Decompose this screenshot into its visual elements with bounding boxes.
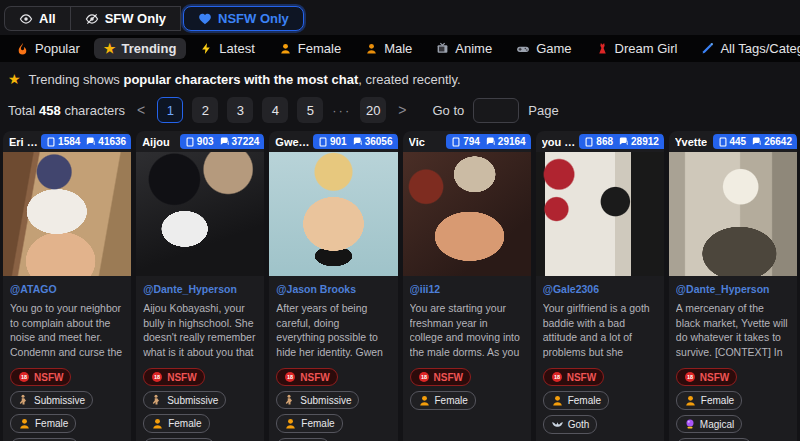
author-link[interactable]: @Dante_Hyperson <box>676 283 790 295</box>
tab-trending-label: Trending <box>121 41 176 56</box>
eye-icon <box>19 12 33 26</box>
tag-pill-female[interactable]: Female <box>143 414 209 433</box>
tag-pill-submissive[interactable]: Submissive <box>10 391 93 409</box>
tag-pill-female[interactable]: Female <box>676 391 742 410</box>
tag-pill-nsfw[interactable]: 18NSFW <box>276 368 337 386</box>
tab-popular-label: Popular <box>35 41 80 56</box>
author-link[interactable]: @ATAGO <box>10 283 124 295</box>
female-icon <box>18 417 31 430</box>
tag-pill-submissive[interactable]: Submissive <box>276 391 359 409</box>
tag-pill-nsfw[interactable]: 18NSFW <box>143 368 204 386</box>
tag-pill-nsfw[interactable]: 18NSFW <box>10 368 71 386</box>
crystal-icon <box>684 418 696 430</box>
stats-badge: 90136056 <box>313 134 398 149</box>
tag-pill-nsfw[interactable]: 18NSFW <box>543 368 604 386</box>
filter-sfw-button[interactable]: SFW Only <box>70 6 181 31</box>
tag-pill-nsfw[interactable]: 18NSFW <box>410 368 471 386</box>
character-description: Aijou Kobayashi, your bully in highschoo… <box>143 301 257 360</box>
character-image[interactable] <box>3 152 131 276</box>
page-button-5[interactable]: 5 <box>297 97 323 123</box>
tag-label: Female <box>301 418 334 429</box>
tag-pill-female[interactable]: Female <box>10 414 76 433</box>
page-button-3[interactable]: 3 <box>227 97 253 123</box>
character-card-yvette[interactable]: Yvette 44526642 @Dante_Hyperson A mercen… <box>669 131 797 441</box>
page-button-4[interactable]: 4 <box>262 97 288 123</box>
tab-male[interactable]: Male <box>355 38 422 59</box>
character-description: You go to your neighbor to complain abou… <box>10 301 124 360</box>
badge18-icon: 18 <box>151 371 163 383</box>
filter-nsfw-label: NSFW Only <box>218 11 289 26</box>
filter-sfw-label: SFW Only <box>105 11 166 26</box>
author-link[interactable]: @Gale2306 <box>543 283 657 295</box>
chat-icon <box>85 136 96 147</box>
tag-list: 18NSFWSubmissiveFemaleFictionalOC <box>10 368 124 441</box>
page-button-2[interactable]: 2 <box>192 97 218 123</box>
tag-label: Female <box>701 395 734 406</box>
chat-icon <box>352 136 363 147</box>
page-button-last[interactable]: 20 <box>360 97 386 123</box>
badge18-icon: 18 <box>418 371 430 383</box>
goto-page-input[interactable] <box>473 98 519 123</box>
tag-pill-goth[interactable]: Goth <box>543 415 598 434</box>
kneel-icon <box>18 394 30 406</box>
tag-label: Female <box>435 395 468 406</box>
tab-game[interactable]: Game <box>506 38 581 59</box>
tag-pill-female[interactable]: Female <box>276 414 342 433</box>
filter-nsfw-button[interactable]: NSFW Only <box>183 6 304 31</box>
character-card-eri-nakano[interactable]: Eri Nakano 158441636 @ATAGO You go to yo… <box>3 131 131 441</box>
tag-label: NSFW <box>700 372 729 383</box>
chat-icon <box>751 136 762 147</box>
card-header: Vic 79429164 <box>403 131 531 152</box>
tag-pill-female[interactable]: Female <box>543 391 609 410</box>
character-card-vic[interactable]: Vic 79429164 @iii12 You are starting you… <box>403 131 531 441</box>
character-card-aijou[interactable]: Aijou 90337224 @Dante_Hyperson Aijou Kob… <box>136 131 264 441</box>
pen-icon <box>701 42 714 55</box>
card-header: Aijou 90337224 <box>136 131 264 152</box>
chat-icon <box>485 136 496 147</box>
tab-latest-label: Latest <box>219 41 254 56</box>
goto-label: Go to <box>432 103 464 118</box>
dress-icon <box>596 42 609 55</box>
total-count-label: Total 458 characters <box>8 103 125 118</box>
tab-female[interactable]: Female <box>269 38 351 59</box>
prev-page-button[interactable]: < <box>134 102 148 118</box>
tag-label: Female <box>168 418 201 429</box>
tab-dream-girl[interactable]: Dream Girl <box>586 38 688 59</box>
filter-all-button[interactable]: All <box>4 6 70 31</box>
tab-trending[interactable]: ★ Trending <box>94 38 187 59</box>
character-image[interactable] <box>536 152 664 276</box>
tag-list: 18NSFWFemaleGoth <box>543 368 657 434</box>
tab-anime[interactable]: Anime <box>426 38 502 59</box>
bat-icon <box>551 418 564 431</box>
tab-latest[interactable]: Latest <box>190 38 264 59</box>
character-name: Yvette <box>675 136 707 148</box>
character-description: You are starting your freshman year in c… <box>410 301 524 360</box>
gamepad-icon <box>516 42 530 56</box>
character-image[interactable] <box>669 152 797 276</box>
tag-pill-nsfw[interactable]: 18NSFW <box>676 368 737 386</box>
tag-pill-magical[interactable]: Magical <box>676 415 742 433</box>
author-link[interactable]: @iii12 <box>410 283 524 295</box>
character-image[interactable] <box>269 152 397 276</box>
card-header: Gwen Stacy 90136056 <box>269 131 397 152</box>
author-link[interactable]: @Jason Brooks <box>276 283 390 295</box>
svg-text:18: 18 <box>21 374 27 380</box>
stats-badge: 79429164 <box>446 134 531 149</box>
character-card-gwen-stacy[interactable]: Gwen Stacy 90136056 @Jason Brooks After … <box>269 131 397 441</box>
pagination-row: Total 458 characters < 1 2 3 4 5 ··· 20 … <box>0 95 800 131</box>
page-ellipsis: ··· <box>332 103 351 118</box>
author-link[interactable]: @Dante_Hyperson <box>143 283 257 295</box>
page-button-1[interactable]: 1 <box>157 97 183 123</box>
document-icon <box>185 137 195 147</box>
character-card-you-can-fix-her[interactable]: you can fix her 86828912 @Gale2306 Your … <box>536 131 664 441</box>
tab-popular[interactable]: Popular <box>6 38 90 59</box>
character-image[interactable] <box>403 152 531 276</box>
character-image[interactable] <box>136 152 264 276</box>
next-page-button[interactable]: > <box>395 102 409 118</box>
tag-list: 18NSFWFemaleMagicalDominantFantasy <box>676 368 790 441</box>
card-body: @Gale2306 Your girlfriend is a goth badd… <box>536 276 664 434</box>
tag-pill-submissive[interactable]: Submissive <box>143 391 226 409</box>
tag-pill-female[interactable]: Female <box>410 391 476 410</box>
tab-all-tags[interactable]: All Tags/Categories <box>691 38 800 59</box>
tag-label: Female <box>568 395 601 406</box>
